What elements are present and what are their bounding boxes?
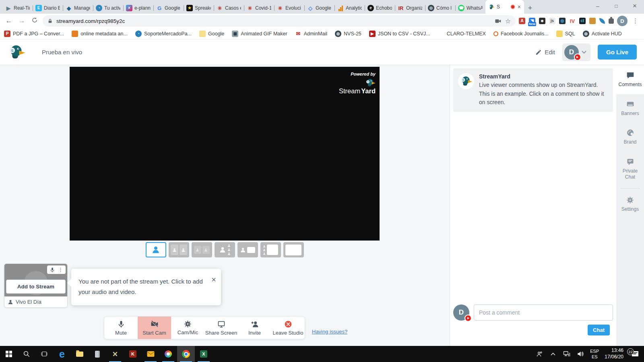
close-tooltip-icon[interactable]: × xyxy=(211,273,216,287)
browser-tab[interactable]: ◆Manage xyxy=(63,2,93,14)
layout-split-button[interactable] xyxy=(169,242,189,257)
bookmark-item[interactable]: Facebook Journalis... xyxy=(493,31,549,37)
adobe-acrobat-extension-icon[interactable]: A xyxy=(519,18,525,24)
spy-extension-icon[interactable]: ☻ xyxy=(539,18,545,24)
device-app-icon[interactable] xyxy=(89,346,106,362)
invite-button[interactable]: Invite xyxy=(238,317,271,339)
task-view-button[interactable] xyxy=(35,346,53,362)
k-app-icon[interactable]: K xyxy=(124,346,142,362)
leave-studio-button[interactable]: Leave Studio xyxy=(271,317,305,339)
share-screen-button[interactable]: Share Screen xyxy=(204,317,238,339)
forward-button[interactable]: → xyxy=(17,17,27,25)
bookmark-item[interactable]: online metadata an... xyxy=(72,31,128,37)
screenshot-extension-icon[interactable]: ◎ xyxy=(559,18,566,24)
new-tab-button[interactable]: + xyxy=(524,2,536,14)
browser-tab[interactable]: ◍Cómo l xyxy=(425,2,455,14)
hammer-extension-icon[interactable] xyxy=(589,18,596,24)
file-explorer-icon[interactable] xyxy=(71,346,89,362)
bookmark-item[interactable]: ✉AdminMail xyxy=(295,31,327,37)
chat-button[interactable]: Chat xyxy=(588,325,610,335)
browser-tab[interactable]: ✳Evoluci xyxy=(274,2,304,14)
participant-card[interactable]: ⋮ Add to Stream Vivo El Día xyxy=(4,263,68,308)
rail-tab-comments[interactable]: Comments xyxy=(616,65,644,94)
layout-sidebar-screen-button[interactable] xyxy=(260,242,281,257)
bookmark-item[interactable]: ▶JSON to CSV - CSVJ... xyxy=(369,31,430,37)
ct-extension-icon[interactable]: ct xyxy=(579,18,586,24)
url-text[interactable]: streamyard.com/rpzq985y2c xyxy=(56,18,491,24)
browser-tab[interactable]: IROrganiz xyxy=(395,2,425,14)
layout-fullscreen-button[interactable] xyxy=(283,242,304,257)
start-cam-button[interactable]: Start Cam xyxy=(138,317,171,339)
browser-tab[interactable]: GGoogle xyxy=(153,2,184,14)
bookmark-item[interactable]: ◔SoporteMercadoPa... xyxy=(135,31,192,37)
volume-tray-icon[interactable] xyxy=(574,351,587,357)
feather-extension-icon[interactable] xyxy=(599,18,605,24)
people-tray-icon[interactable] xyxy=(533,351,546,358)
restore-button[interactable]: □ xyxy=(607,0,625,12)
browser-tab[interactable]: ✳Casos e xyxy=(214,2,244,14)
minimize-button[interactable]: – xyxy=(588,0,607,12)
bookmark-item[interactable]: Google xyxy=(199,31,224,37)
reload-button[interactable] xyxy=(30,17,39,25)
mic-icon[interactable] xyxy=(50,267,55,273)
outlook-icon[interactable] xyxy=(142,346,159,362)
excel-icon[interactable]: X xyxy=(195,346,213,362)
address-bar[interactable]: streamyard.com/rpzq985y2c ☆ xyxy=(43,15,516,27)
bookmark-item[interactable]: SQL xyxy=(556,31,575,37)
extensions-puzzle-icon[interactable] xyxy=(609,19,614,24)
rail-tab-banners[interactable]: Banners xyxy=(616,94,644,123)
post-comment-input[interactable] xyxy=(474,304,613,321)
back-button[interactable]: ← xyxy=(4,17,14,25)
browser-menu-icon[interactable]: ⋮ xyxy=(631,17,640,25)
bookmark-star-icon[interactable]: ☆ xyxy=(505,17,511,25)
participant-menu-icon[interactable]: ⋮ xyxy=(58,267,63,273)
active-browser-tab[interactable]: SS× xyxy=(485,0,524,14)
cam-mic-settings-button[interactable]: Cam/Mic xyxy=(171,317,204,339)
new-extension-icon[interactable]: ◥New xyxy=(529,18,535,24)
browser-tab[interactable]: ☎WhatsA xyxy=(455,2,485,14)
bookmark-item[interactable]: CLARO-TELMEX xyxy=(438,31,486,37)
layout-small-split-button[interactable] xyxy=(192,242,212,257)
start-button[interactable] xyxy=(0,346,18,362)
bookmark-item[interactable]: ◍NVS-25 xyxy=(335,31,361,37)
having-issues-link[interactable]: Having issues? xyxy=(312,329,347,335)
layout-group-button[interactable] xyxy=(215,242,235,257)
notification-center-icon[interactable]: 22 xyxy=(626,351,644,357)
browser-tab[interactable]: ×e-plann xyxy=(123,2,153,14)
browser-tab[interactable]: EDiario E xyxy=(33,2,63,14)
mute-button[interactable]: Mute xyxy=(104,317,138,339)
rail-tab-private-chat[interactable]: Private Chat xyxy=(616,152,644,187)
close-tab-icon[interactable]: × xyxy=(517,4,521,10)
rail-tab-brand[interactable]: Brand xyxy=(616,123,644,152)
clock[interactable]: 13:46 17/06/20 xyxy=(602,348,626,360)
bookmark-item[interactable]: ▦Animated GIF Maker xyxy=(232,31,287,37)
browser-tab[interactable]: ★Spreake xyxy=(184,2,214,14)
bookmark-item[interactable]: PPDF a JPG – Conver... xyxy=(4,31,64,37)
tab-camera-icon[interactable] xyxy=(495,18,502,25)
tray-chevron-icon[interactable] xyxy=(546,352,560,356)
browser-tab[interactable]: ✳Covid-1 xyxy=(244,2,274,14)
streamyard-logo[interactable]: S xyxy=(7,43,26,62)
browser-tab[interactable]: ◇Google xyxy=(304,2,334,14)
layout-person-screen-button[interactable] xyxy=(237,242,258,257)
go-live-button[interactable]: Go Live xyxy=(598,45,637,60)
network-tray-icon[interactable] xyxy=(560,351,574,357)
paint-app-icon[interactable] xyxy=(159,346,177,362)
comment-item[interactable]: S StreamYard Live viewer comments show u… xyxy=(453,68,613,112)
search-button[interactable] xyxy=(18,346,35,362)
browser-tab[interactable]: ▶Real-Tim xyxy=(2,2,33,14)
js-toggle-extension-icon[interactable]: js xyxy=(549,18,555,24)
close-window-button[interactable]: × xyxy=(625,0,644,12)
invid-extension-icon[interactable]: IV xyxy=(569,18,576,24)
browser-tab[interactable]: Analytic xyxy=(334,2,365,14)
browser-profile-avatar[interactable]: D xyxy=(617,16,627,26)
tools-app-icon[interactable] xyxy=(106,346,124,362)
rail-tab-settings[interactable]: Settings xyxy=(616,190,644,219)
layout-solo-button[interactable] xyxy=(146,242,166,257)
destination-selector[interactable]: D xyxy=(562,43,590,61)
browser-tab[interactable]: ◔Tu activ xyxy=(93,2,123,14)
language-indicator[interactable]: ESP ES xyxy=(587,348,602,360)
bookmark-item[interactable]: ◍Activate HUD xyxy=(583,31,622,37)
add-to-stream-button[interactable]: Add to Stream xyxy=(6,280,66,294)
edge-icon[interactable]: e xyxy=(53,346,71,362)
